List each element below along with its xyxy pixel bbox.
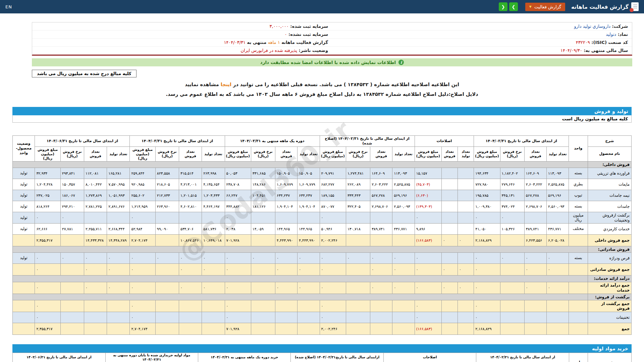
row-label: جامدات [588,201,631,212]
value-cell [441,323,458,335]
text-part: مشاهده نمایید [185,82,221,87]
value-cell: ۰ [84,282,107,294]
unit-cell: تیوپ [569,190,588,201]
value-cell: ۲۹۴,۲۱۰ [60,201,84,212]
value-cell: ۲,۶۰۳,۲۲۲ [370,179,392,190]
column-header: واحد [569,353,588,362]
value-cell: ۱۸۱,۱۲۶ [251,201,275,212]
value-cell: ۰ [84,253,107,264]
info-row: گزارش فعالیت ماهانه ۱ ماهه منتهی به ۱۴۰۴… [32,39,332,47]
unit-cell: بسته [569,168,588,179]
header-row: نام محصولتعداد تولیدتعداد فروشنرخ فروش (… [13,146,632,161]
value-cell: ۶۸۲,۲۷۷ [320,179,346,190]
value-cell: ۱۶۴,۶۰۹ [524,168,546,179]
value-cell: ۰ [84,264,107,276]
status-cell: تولید [13,212,35,224]
status-cell: تولید [13,201,35,212]
value-cell: ۰ [107,264,130,276]
value-cell [346,300,370,312]
table-row: درآمد ارائه خدمات: [13,276,632,282]
value-cell [84,312,107,323]
value-cell: ۰ [298,282,320,294]
value-cell: ۴,۱۳۵,۶۵۴ [202,179,225,190]
value-cell: ۶۳۴,۲۳۷ [275,190,298,201]
value-cell: ۱۵,۱۵۷ [415,168,441,179]
text-part: پذیرفته شده در فرابورس ایران [241,48,298,53]
value-cell: (۱۶۶,۵۸۳) [415,235,441,246]
column-header: نرخ فروش (ریال) [500,146,524,161]
company-link[interactable]: داروسازي تولید دارو [574,24,611,29]
previous-version-link[interactable]: اینجا [221,82,231,87]
language-toggle[interactable]: EN [5,4,12,9]
value-cell [370,235,392,246]
row-label: تخفیفات [588,312,631,323]
value-cell [84,323,107,335]
value-cell: ۳۷۴,۰۲۴ [500,201,524,212]
column-header: تعداد فروش [84,146,107,161]
value-cell: ۲۶۳,۹۶۰ [155,201,179,212]
value-cell: ۳۸۹,۷۴۱ [524,224,546,235]
value-cell: ۱۴۴,۹۶۵ [298,224,320,235]
value-cell [202,300,225,312]
text-part: سرمایه ثبت نشده: [287,32,328,37]
value-cell [500,323,524,335]
value-cell: ۴,۲۱۳,۰۰۱ [179,179,202,190]
status-cell [13,300,35,312]
value-cell: ۰ [179,253,202,264]
value-cell: ۱,۱۸۲,۴۰۲ [500,168,524,179]
value-cell: ۷۰۱,۹۲۸ [225,235,251,246]
section-production-sales: تولید و فروش [12,107,632,115]
value-cell: ۰ [415,264,441,276]
value-cell: ۰ [524,264,546,276]
value-cell: ۱۵۰,۹۰۵ [275,168,298,179]
correction-notice: این اطلاعیه اصلاحیه اطلاعیه شماره ( ۱۳۸۴… [0,82,644,87]
value-cell: (۱۳۹,۳۰۳) [415,201,441,212]
value-cell: ۴۳۶,۷۷۱ [547,224,569,235]
row-label: نیمه جامدات [588,190,631,201]
table-row: فروش صادراتی: [13,246,632,253]
unit-cell: بسته [569,201,588,212]
value-cell: ۱۹۴,۶۳۴ [474,168,500,179]
value-cell [251,282,275,294]
nav-next-button[interactable]: ❯ [509,2,518,11]
value-cell: ۰ [225,312,251,323]
value-cell [155,312,179,323]
nav-prev-button[interactable]: ❮ [499,2,507,11]
section-label: فروش داخلی: [588,161,631,168]
value-cell: ۰ [441,264,458,276]
value-cell: ۰ [346,253,370,264]
value-cell [458,168,474,179]
column-header: تعداد تولید [107,146,130,161]
value-cell [370,323,392,335]
report-type-button[interactable]: گزارش فعالیت ▼ [525,3,565,11]
amounts-line: کلیه مبالغ درج شده به میلیون ریال می باش… [32,70,632,77]
symbol-link[interactable]: دتولید [606,32,616,37]
value-cell [107,212,130,224]
section-filler [13,246,588,253]
value-cell: ۹۹,۰۹۰ [155,224,179,235]
value-cell [60,312,84,323]
column-header: مبلغ فروش (میلیون ریال) [415,146,441,161]
value-cell [458,224,474,235]
column-header: تعداد تولید [458,146,474,161]
text-part: ۱ ماهه [268,40,280,45]
value-cell: ۳۸۹,۷۴۱ [370,224,392,235]
value-cell [84,300,107,312]
column-header: مبلغ فروش (میلیون ریال) [474,146,500,161]
column-header: تعداد تولید [298,146,320,161]
table-row: جمع فروش صادراتی۰۰۰۰۰۰۰۰۰۰۰۰۰۰۰۰۰۰ [13,264,632,276]
table-row: برگشت از فروش: [13,294,632,300]
report-navigation: ❯ ❮ [499,2,518,11]
value-cell: ۲,۳۵۵,۳۱۷ [35,235,60,246]
company-info-grid: شرکت: داروسازي تولید داروسرمایه ثبت شده:… [32,22,632,55]
section-label: فروش صادراتی: [588,246,631,253]
value-cell: ۲,۶۶۸,۳۴۴ [107,224,130,235]
value-cell [441,190,458,201]
value-cell: ۹,۸۹۶ [415,224,441,235]
section-label: درآمد ارائه خدمات: [588,276,631,282]
text-part: ۴۳۲۲۰۹ [576,40,590,45]
value-cell: ۰ [547,282,569,294]
value-cell: ۱۴۴,۹۶۵ [275,224,298,235]
chevron-down-icon: ▼ [529,5,532,8]
value-cell: ۰ [130,312,155,323]
